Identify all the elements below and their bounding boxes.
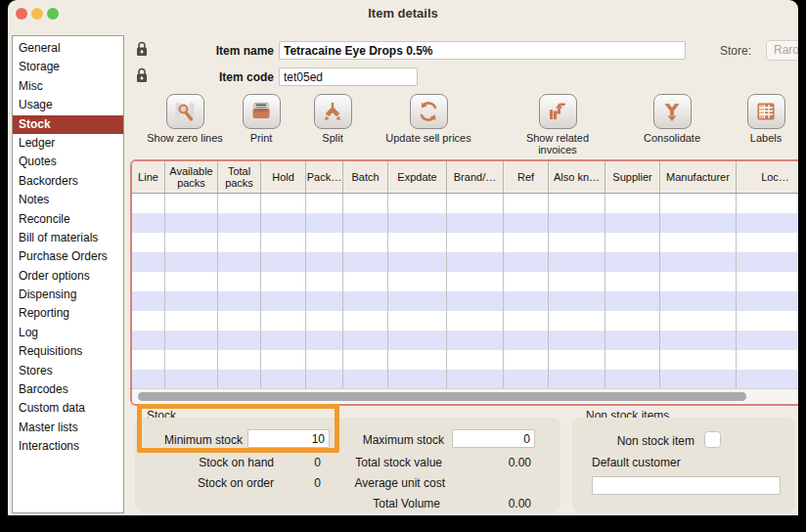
- table-cell: [261, 370, 306, 389]
- table-cell: [447, 272, 504, 291]
- table-cell: [343, 213, 388, 233]
- sidebar-item-reporting[interactable]: Reporting: [13, 304, 123, 323]
- table-row[interactable]: [132, 311, 798, 331]
- table-row[interactable]: [132, 370, 798, 389]
- lock-icon[interactable]: [135, 67, 149, 83]
- column-header-expdate[interactable]: Expdate: [388, 161, 447, 193]
- scrollbar-thumb[interactable]: [138, 392, 746, 401]
- sidebar-item-misc[interactable]: Misc: [13, 77, 123, 96]
- maximum-stock-input[interactable]: [452, 429, 535, 448]
- table-cell: [605, 370, 660, 389]
- non-stock-item-label: Non stock item: [585, 434, 694, 448]
- column-header-loc[interactable]: Loc…: [737, 161, 798, 193]
- table-cell: [549, 252, 605, 272]
- toolbar-button-label: Update sell prices: [370, 132, 487, 144]
- sidebar-item-order-options[interactable]: Order options: [13, 267, 123, 286]
- table-cell: [388, 194, 447, 213]
- table-row[interactable]: [132, 272, 798, 291]
- table-cell: [660, 233, 737, 252]
- table-cell: [132, 213, 165, 233]
- table-cell: [165, 370, 218, 389]
- table-cell: [218, 370, 261, 389]
- table-cell: [218, 194, 261, 213]
- toolbar-button-show-zero-lines[interactable]: Show zero lines: [138, 94, 232, 144]
- toolbar-button-update-sell-prices[interactable]: Update sell prices: [370, 94, 487, 144]
- stock-on-order-label: Stock on order: [125, 476, 274, 490]
- item-details-window: Item details GeneralStorageMiscUsageStoc…: [8, 0, 798, 515]
- sidebar-item-bill-of-materials[interactable]: Bill of materials: [13, 229, 123, 247]
- sidebar-item-stores[interactable]: Stores: [13, 362, 123, 380]
- item-code-label: Item code: [155, 70, 274, 84]
- table-cell: [132, 311, 165, 331]
- table-row[interactable]: [132, 350, 798, 370]
- sidebar-item-reconcile[interactable]: Reconcile: [13, 210, 123, 229]
- table-cell: [737, 213, 798, 233]
- sidebar-item-ledger[interactable]: Ledger: [13, 134, 123, 153]
- column-header-pack[interactable]: Pack…: [306, 161, 343, 193]
- table-cell: [165, 233, 218, 252]
- column-header-also-kn[interactable]: Also kn…: [549, 161, 605, 193]
- sidebar-item-storage[interactable]: Storage: [13, 58, 123, 76]
- column-header-line[interactable]: Line: [132, 161, 165, 193]
- sidebar-item-dispensing[interactable]: Dispensing: [13, 286, 123, 304]
- column-header-ref[interactable]: Ref: [504, 161, 549, 193]
- table-cell: [388, 252, 447, 272]
- table-cell: [388, 370, 447, 389]
- horizontal-scrollbar[interactable]: [132, 388, 798, 404]
- store-select[interactable]: Rarot: [766, 40, 798, 61]
- column-header-available-packs[interactable]: Available packs: [165, 161, 218, 193]
- stock-on-hand-label: Stock on hand: [125, 456, 274, 469]
- column-header-batch[interactable]: Batch: [343, 161, 388, 193]
- window-title: Item details: [8, 6, 798, 21]
- toolbar-button-show-related-invoices[interactable]: Show related invoices: [512, 94, 604, 155]
- table-cell: [218, 291, 261, 311]
- table-cell: [306, 350, 343, 370]
- sidebar-item-barcodes[interactable]: Barcodes: [13, 380, 123, 399]
- sidebar-item-requisitions[interactable]: Requisitions: [13, 342, 123, 361]
- table-row[interactable]: [132, 233, 798, 252]
- split-arrow-icon: [314, 94, 352, 129]
- column-header-manufacturer[interactable]: Manufacturer: [660, 161, 737, 193]
- toolbar-button-consolidate[interactable]: Consolidate: [628, 94, 716, 144]
- table-cell: [306, 291, 343, 311]
- table-row[interactable]: [132, 331, 798, 350]
- table-cell: [388, 350, 447, 370]
- table-cell: [261, 331, 306, 350]
- toolbar-button-label: Labels: [736, 132, 796, 144]
- table-cell: [388, 272, 447, 291]
- table-row[interactable]: [132, 213, 798, 233]
- item-name-input[interactable]: [279, 41, 686, 60]
- column-header-brand[interactable]: Brand/…: [447, 161, 504, 193]
- default-customer-input[interactable]: [592, 476, 781, 495]
- non-stock-item-checkbox[interactable]: [704, 431, 721, 448]
- sidebar-item-custom-data[interactable]: Custom data: [13, 399, 123, 418]
- table-cell: [132, 252, 165, 272]
- lock-icon[interactable]: [135, 41, 149, 57]
- table-cell: [261, 350, 306, 370]
- column-header-total-packs[interactable]: Total packs: [218, 161, 261, 193]
- column-header-supplier[interactable]: Supplier: [605, 161, 660, 193]
- table-row[interactable]: [132, 252, 798, 272]
- sidebar-item-purchase-orders[interactable]: Purchase Orders: [13, 247, 123, 266]
- sidebar-item-stock[interactable]: Stock: [13, 115, 123, 134]
- column-header-hold[interactable]: Hold: [261, 161, 306, 193]
- table-row[interactable]: [132, 194, 798, 213]
- table-row[interactable]: [132, 291, 798, 311]
- sidebar-item-usage[interactable]: Usage: [13, 96, 123, 114]
- table-cell: [504, 311, 549, 331]
- toolbar-button-split[interactable]: Split: [303, 94, 362, 144]
- table-cell: [388, 213, 447, 233]
- table-cell: [660, 311, 737, 331]
- sidebar-item-quotes[interactable]: Quotes: [13, 153, 123, 171]
- item-name-label: Item name: [155, 44, 274, 58]
- toolbar-button-print[interactable]: Print: [232, 94, 291, 144]
- item-code-input[interactable]: [279, 67, 418, 86]
- table-cell: [737, 311, 798, 331]
- sidebar-item-notes[interactable]: Notes: [13, 191, 123, 209]
- sidebar-item-general[interactable]: General: [13, 39, 123, 58]
- toolbar-button-labels[interactable]: Labels: [736, 94, 796, 144]
- sidebar-item-backorders[interactable]: Backorders: [13, 172, 123, 191]
- table-cell: [343, 331, 388, 350]
- sidebar-item-log[interactable]: Log: [13, 324, 123, 342]
- table-cell: [165, 311, 218, 331]
